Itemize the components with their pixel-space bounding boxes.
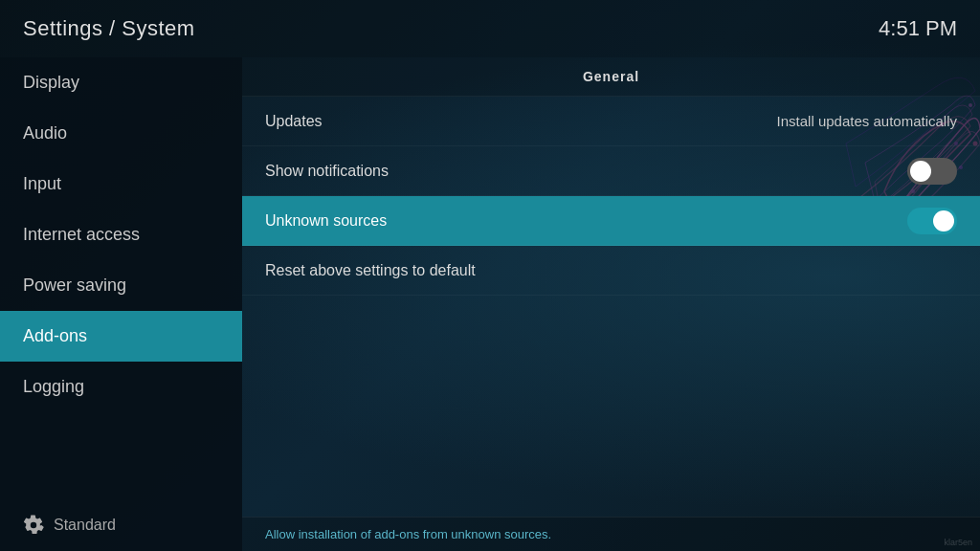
sidebar-item-audio[interactable]: Audio: [0, 108, 242, 159]
hint-bar: Allow installation of add-ons from unkno…: [242, 517, 980, 551]
sidebar-item-display[interactable]: Display: [0, 57, 242, 108]
row-value-updates: Install updates automatically: [777, 113, 957, 129]
row-label-show-notifications: Show notifications: [265, 163, 389, 180]
header: Settings / System 4:51 PM: [0, 0, 980, 57]
row-label-reset-settings: Reset above settings to default: [265, 262, 476, 279]
settings-row-unknown-sources[interactable]: Unknown sources: [242, 196, 980, 246]
settings-row-updates[interactable]: UpdatesInstall updates automatically: [242, 97, 980, 146]
sidebar-footer[interactable]: Standard: [0, 499, 242, 551]
sidebar-item-logging[interactable]: Logging: [0, 362, 242, 412]
settings-row-reset-settings[interactable]: Reset above settings to default: [242, 246, 980, 296]
toggle-show-notifications[interactable]: [907, 158, 957, 185]
toggle-knob-unknown-sources: [933, 210, 954, 231]
sidebar-item-add-ons[interactable]: Add-ons: [0, 311, 242, 362]
page-title: Settings / System: [23, 16, 195, 41]
sidebar-item-internet-access[interactable]: Internet access: [0, 209, 242, 260]
profile-label: Standard: [54, 517, 116, 534]
row-label-updates: Updates: [265, 113, 323, 130]
section-header: General: [242, 57, 980, 97]
clock: 4:51 PM: [879, 16, 957, 41]
gear-icon: [23, 515, 44, 536]
sidebar: DisplayAudioInputInternet accessPower sa…: [0, 57, 242, 551]
toggle-knob-show-notifications: [910, 161, 931, 182]
settings-row-show-notifications[interactable]: Show notifications: [242, 146, 980, 196]
sidebar-item-power-saving[interactable]: Power saving: [0, 260, 242, 311]
watermark: klar5en: [944, 538, 972, 547]
toggle-unknown-sources[interactable]: [907, 208, 957, 234]
settings-panel: General UpdatesInstall updates automatic…: [242, 57, 980, 517]
row-label-unknown-sources: Unknown sources: [265, 212, 387, 230]
sidebar-item-input[interactable]: Input: [0, 159, 242, 209]
main-content: General UpdatesInstall updates automatic…: [242, 57, 980, 551]
